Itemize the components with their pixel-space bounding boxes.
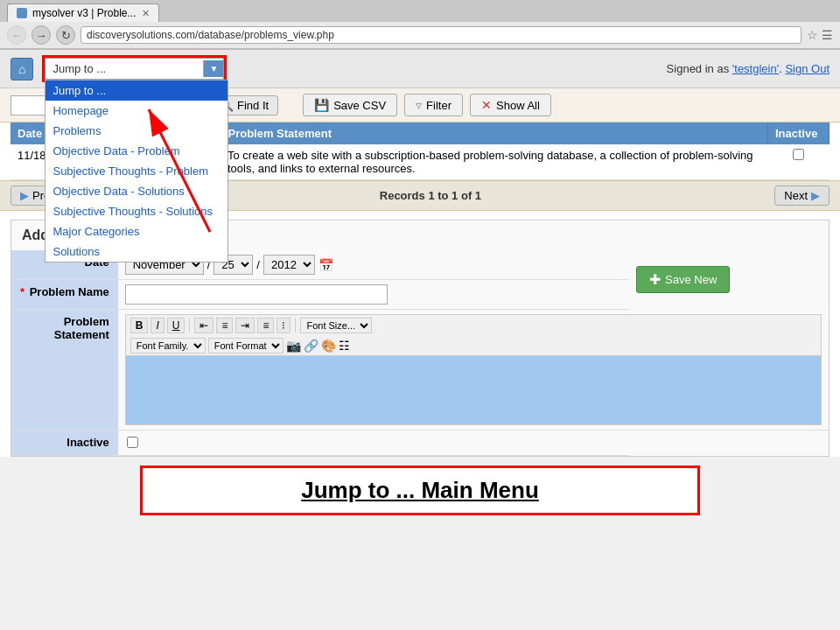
menu-item-subj-problem[interactable]: Subjective Thoughts - Problem: [46, 161, 228, 181]
action-buttons: 💾 Save CSV ▿ Filter ✕ Show All: [303, 94, 551, 116]
rte-table-icon[interactable]: ☷: [339, 339, 350, 353]
signed-in-info: Signed in as 'testglein'. Sign Out: [667, 62, 830, 75]
font-format-select[interactable]: Font Format: [208, 338, 284, 354]
italic-button[interactable]: I: [150, 318, 164, 333]
signed-in-username[interactable]: 'testglein': [732, 62, 779, 75]
toolbar-separator-1: [189, 318, 190, 332]
year-select[interactable]: 2012: [263, 255, 315, 275]
menu-item-obj-problem[interactable]: Objective Data - Problem: [46, 141, 228, 161]
next-icon: ▶: [811, 189, 820, 202]
menu-item-problems[interactable]: Problems: [46, 121, 228, 141]
toolbar-separator-2: [295, 318, 296, 332]
problem-name-input[interactable]: [125, 284, 388, 304]
save-csv-label: Save CSV: [333, 99, 386, 112]
underline-button[interactable]: U: [167, 318, 186, 333]
menu-item-homepage[interactable]: Homepage: [46, 101, 228, 121]
home-button[interactable]: ⌂: [10, 58, 33, 80]
cell-statement: To create a web site with a subscription…: [220, 144, 768, 180]
rte-font-bar: Font Family. Font Format 📷 🔗 🎨 ☷: [125, 336, 822, 355]
rte-link-icon[interactable]: 🔗: [304, 339, 318, 353]
prev-icon: ▶: [20, 189, 29, 202]
jump-to-dropdown[interactable]: Jump to ... ▼: [45, 58, 224, 80]
jump-to-container: Jump to ... ▼ Jump to ... Homepage Probl…: [42, 55, 227, 82]
dropdown-menu: Jump to ... Homepage Problems Objective …: [45, 80, 228, 262]
tab-bar: mysolver v3 | Proble... ✕: [0, 0, 840, 22]
problem-statement-editor[interactable]: [125, 355, 822, 425]
problem-statement-field: B I U ⇤ ≡ ⇥ ≡ ⁝ Font Size...: [118, 310, 829, 430]
nav-bar: ← → ↻ discoverysolutions.com/database/pr…: [0, 22, 840, 49]
menu-item-jump-to[interactable]: Jump to ...: [46, 80, 228, 101]
show-all-label: Show All: [496, 99, 540, 112]
jump-to-label: Jump to ...: [46, 59, 203, 79]
menu-item-solutions[interactable]: Solutions: [46, 242, 228, 262]
inactive-checkbox[interactable]: [793, 149, 804, 160]
justify-btn[interactable]: ≡: [257, 318, 274, 333]
rte-toolbar: B I U ⇤ ≡ ⇥ ≡ ⁝ Font Size...: [125, 314, 822, 336]
menu-item-subj-solutions[interactable]: Subjective Thoughts - Solutions: [46, 201, 228, 221]
required-marker: *: [20, 285, 24, 298]
form-row-statement: ProblemStatement B I U ⇤ ≡ ⇥ ≡ ⁝: [11, 310, 829, 430]
problem-statement-label: ProblemStatement: [11, 310, 118, 430]
rte-color-icon[interactable]: 🎨: [321, 339, 336, 353]
align-right-btn[interactable]: ⇥: [235, 318, 255, 333]
save-new-button[interactable]: ✚ Save New: [636, 266, 730, 293]
font-size-select[interactable]: Font Size...: [300, 318, 372, 333]
cell-inactive: [768, 144, 830, 180]
problem-name-label: * Problem Name: [11, 280, 118, 310]
tab-close-btn[interactable]: ✕: [142, 8, 150, 19]
pagination-info: Records 1 to 1 of 1: [380, 189, 481, 202]
address-bar[interactable]: discoverysolutions.com/database/problems…: [80, 26, 802, 44]
calendar-icon[interactable]: 📅: [318, 258, 333, 272]
back-btn[interactable]: ←: [7, 25, 26, 45]
bottom-label-text: Jump to ... Main Menu: [301, 477, 539, 503]
inactive-field: [118, 430, 629, 456]
next-label: Next: [784, 189, 808, 202]
problem-name-field: [118, 280, 629, 310]
save-csv-button[interactable]: 💾 Save CSV: [303, 94, 397, 116]
forward-btn[interactable]: →: [32, 25, 51, 45]
menu-item-categories[interactable]: Major Categories: [46, 221, 228, 242]
menu-icon[interactable]: ☰: [822, 28, 833, 42]
align-center-btn[interactable]: ≡: [216, 318, 233, 333]
list-btn[interactable]: ⁝: [276, 318, 290, 333]
sign-out-link[interactable]: Sign Out: [785, 62, 830, 75]
rte-image-icon[interactable]: 📷: [286, 339, 301, 353]
filter-button[interactable]: ▿ Filter: [404, 94, 463, 116]
form-table: Date November / 25 / 2012: [11, 250, 829, 456]
font-family-select[interactable]: Font Family.: [130, 338, 206, 354]
align-left-btn[interactable]: ⇤: [194, 318, 214, 333]
save-new-label: Save New: [665, 273, 717, 286]
col-header-statement: Problem Statement: [220, 122, 768, 144]
save-csv-icon: 💾: [314, 98, 329, 112]
bold-button[interactable]: B: [130, 318, 149, 333]
refresh-btn[interactable]: ↻: [56, 25, 75, 45]
col-header-inactive: Inactive: [768, 122, 830, 144]
save-new-icon: ✚: [649, 271, 661, 288]
show-all-button[interactable]: ✕ Show All: [470, 94, 551, 116]
next-button[interactable]: Next ▶: [774, 186, 830, 206]
filter-icon: ▿: [416, 98, 422, 112]
tab-favicon: [17, 8, 27, 18]
tab-title: mysolver v3 | Proble...: [32, 7, 136, 19]
add-inactive-checkbox[interactable]: [127, 437, 138, 448]
page-header: ⌂ Jump to ... ▼ Jump to ... Homepage Pro…: [0, 50, 840, 88]
bottom-label-box: Jump to ... Main Menu: [140, 466, 700, 515]
active-tab[interactable]: mysolver v3 | Proble... ✕: [7, 4, 159, 22]
dropdown-arrow-icon: ▼: [203, 60, 223, 77]
bookmark-icon[interactable]: ☆: [807, 28, 818, 42]
menu-item-obj-solutions[interactable]: Objective Data - Solutions: [46, 181, 228, 201]
find-btn-label: Find It: [237, 99, 269, 112]
inactive-label: Inactive: [11, 430, 118, 456]
show-all-icon: ✕: [481, 98, 492, 112]
form-row-inactive: Inactive: [11, 430, 829, 456]
filter-label: Filter: [426, 99, 452, 112]
